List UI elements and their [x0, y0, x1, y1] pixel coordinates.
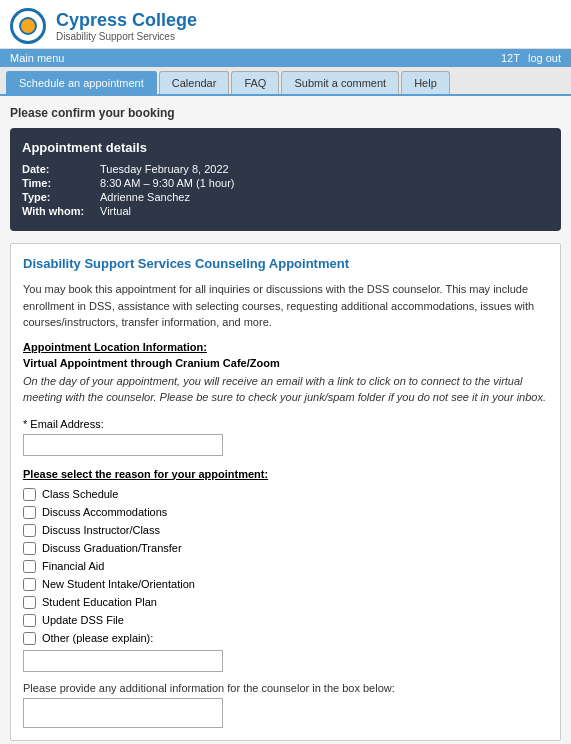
additional-label: Please provide any additional informatio… — [23, 682, 548, 694]
checkbox-class-schedule-input[interactable] — [23, 488, 36, 501]
checkbox-update-dss: Update DSS File — [23, 614, 548, 627]
appt-with-row: With whom: Virtual — [22, 205, 549, 217]
checkbox-new-student: New Student Intake/Orientation — [23, 578, 548, 591]
checkbox-instructor-input[interactable] — [23, 524, 36, 537]
checkbox-class-schedule-label: Class Schedule — [42, 488, 118, 500]
additional-info-input[interactable] — [23, 698, 223, 728]
college-name: Cypress College — [56, 10, 197, 31]
checkbox-graduation: Discuss Graduation/Transfer — [23, 542, 548, 555]
topbar: Main menu 12T log out — [0, 49, 571, 67]
user-id: 12T — [501, 52, 520, 64]
logout-link[interactable]: log out — [528, 52, 561, 64]
appt-time-value: 8:30 AM – 9:30 AM (1 hour) — [100, 177, 235, 189]
checkbox-financial-aid-input[interactable] — [23, 560, 36, 573]
checkbox-instructor-label: Discuss Instructor/Class — [42, 524, 160, 536]
email-input[interactable] — [23, 434, 223, 456]
page-header: Cypress College Disability Support Servi… — [0, 0, 571, 49]
appt-date-label: Date: — [22, 163, 92, 175]
checkbox-graduation-input[interactable] — [23, 542, 36, 555]
appt-time-label: Time: — [22, 177, 92, 189]
reason-heading: Please select the reason for your appoin… — [23, 468, 548, 480]
email-label: * Email Address: — [23, 418, 548, 430]
content-description: You may book this appointment for all in… — [23, 281, 548, 331]
location-description: On the day of your appointment, you will… — [23, 373, 548, 406]
header-text: Cypress College Disability Support Servi… — [56, 10, 197, 42]
tab-calendar[interactable]: Calendar — [159, 71, 230, 94]
content-area: Disability Support Services Counseling A… — [10, 243, 561, 741]
checkbox-other-input[interactable] — [23, 632, 36, 645]
nav-tabs: Schedule an appointment Calendar FAQ Sub… — [0, 67, 571, 96]
tab-faq[interactable]: FAQ — [231, 71, 279, 94]
logo-inner — [19, 17, 37, 35]
appt-with-label: With whom: — [22, 205, 92, 217]
checkbox-instructor: Discuss Instructor/Class — [23, 524, 548, 537]
location-name: Virtual Appointment through Cranium Cafe… — [23, 357, 548, 369]
checkbox-education-plan: Student Education Plan — [23, 596, 548, 609]
other-explain-input[interactable] — [23, 650, 223, 672]
checkbox-update-dss-input[interactable] — [23, 614, 36, 627]
tab-help[interactable]: Help — [401, 71, 450, 94]
logo-circle — [10, 8, 46, 44]
main-content: Please confirm your booking Appointment … — [0, 96, 571, 744]
user-info: 12T log out — [501, 52, 561, 64]
checkbox-financial-aid: Financial Aid — [23, 560, 548, 573]
appt-date-value: Tuesday February 8, 2022 — [100, 163, 229, 175]
appt-with-value: Virtual — [100, 205, 131, 217]
confirm-heading: Please confirm your booking — [10, 106, 561, 120]
appt-type-row: Type: Adrienne Sanchez — [22, 191, 549, 203]
checkbox-other: Other (please explain): — [23, 632, 548, 645]
tab-schedule[interactable]: Schedule an appointment — [6, 71, 157, 94]
appt-type-label: Type: — [22, 191, 92, 203]
location-heading: Appointment Location Information: — [23, 341, 548, 353]
appointment-details: Appointment details Date: Tuesday Februa… — [10, 128, 561, 231]
appt-time-row: Time: 8:30 AM – 9:30 AM (1 hour) — [22, 177, 549, 189]
appt-section-title: Appointment details — [22, 140, 549, 155]
appt-type-value: Adrienne Sanchez — [100, 191, 190, 203]
content-title: Disability Support Services Counseling A… — [23, 256, 548, 271]
checkbox-accommodations: Discuss Accommodations — [23, 506, 548, 519]
checkbox-financial-aid-label: Financial Aid — [42, 560, 104, 572]
checkbox-new-student-label: New Student Intake/Orientation — [42, 578, 195, 590]
checkbox-update-dss-label: Update DSS File — [42, 614, 124, 626]
checkbox-accommodations-input[interactable] — [23, 506, 36, 519]
checkbox-accommodations-label: Discuss Accommodations — [42, 506, 167, 518]
checkbox-education-plan-input[interactable] — [23, 596, 36, 609]
checkbox-graduation-label: Discuss Graduation/Transfer — [42, 542, 182, 554]
checkbox-new-student-input[interactable] — [23, 578, 36, 591]
checkbox-education-plan-label: Student Education Plan — [42, 596, 157, 608]
main-menu-label: Main menu — [10, 52, 64, 64]
checkbox-other-label: Other (please explain): — [42, 632, 153, 644]
appt-date-row: Date: Tuesday February 8, 2022 — [22, 163, 549, 175]
tab-submit-comment[interactable]: Submit a comment — [281, 71, 399, 94]
college-subtitle: Disability Support Services — [56, 31, 197, 42]
checkbox-class-schedule: Class Schedule — [23, 488, 548, 501]
